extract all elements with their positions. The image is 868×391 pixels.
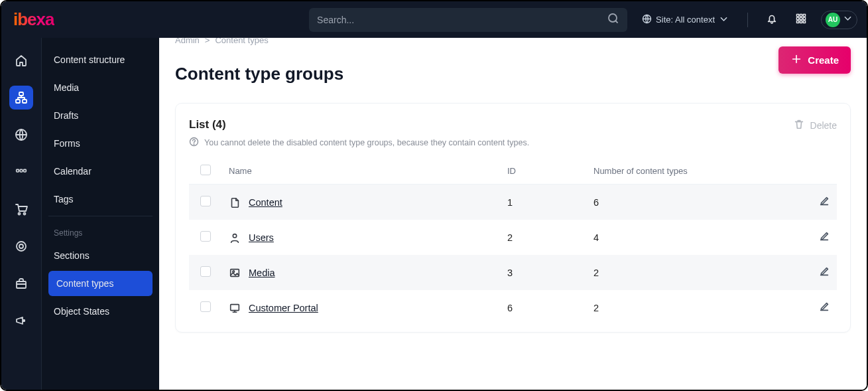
- list-title: List (4): [189, 118, 529, 131]
- rail-catalog[interactable]: [9, 160, 33, 184]
- rail-commerce[interactable]: [9, 197, 33, 221]
- rail-home[interactable]: [9, 48, 33, 72]
- column-id: ID: [501, 158, 587, 185]
- column-count: Number of content types: [587, 158, 797, 185]
- image-icon: [229, 267, 241, 279]
- sidebar-item-media[interactable]: Media: [42, 74, 159, 102]
- table-row: Users 2 4: [189, 220, 837, 255]
- rail-target[interactable]: [9, 234, 33, 258]
- notifications-button[interactable]: [763, 11, 781, 29]
- row-checkbox[interactable]: [200, 301, 211, 312]
- search-box[interactable]: [309, 8, 627, 32]
- list-hint-text: You cannot delete the disabled content t…: [204, 138, 529, 147]
- search-input[interactable]: [317, 15, 607, 25]
- table-row: Customer Portal 6 2: [189, 290, 837, 325]
- site-context-selector[interactable]: Site: All context: [638, 14, 733, 26]
- sidebar-item-sections[interactable]: Sections: [42, 242, 159, 270]
- file-icon: [229, 196, 241, 208]
- column-name: Name: [222, 158, 501, 185]
- rail-globe[interactable]: [9, 123, 33, 147]
- topbar-divider: [747, 13, 748, 27]
- help-icon: [189, 137, 199, 149]
- bell-icon: [766, 13, 778, 27]
- nav-rail: [1, 38, 41, 390]
- sidebar: Content structure Media Drafts Forms Cal…: [41, 38, 159, 390]
- brand-logo[interactable]: ibexa: [13, 9, 54, 30]
- delete-label: Delete: [810, 120, 837, 131]
- edit-button[interactable]: [818, 304, 830, 315]
- breadcrumb: Admin > Content types: [175, 38, 343, 45]
- sidebar-item-drafts[interactable]: Drafts: [42, 102, 159, 129]
- main-content: Admin > Content types Content type group…: [159, 38, 867, 390]
- table-row: Content 1 6: [189, 185, 837, 220]
- table-row: Media 3 2: [189, 255, 837, 290]
- rail-briefcase[interactable]: [9, 272, 33, 295]
- row-id: 1: [501, 185, 587, 220]
- row-count: 4: [587, 220, 797, 255]
- row-checkbox[interactable]: [200, 266, 211, 277]
- sidebar-item-tags[interactable]: Tags: [42, 185, 159, 213]
- trash-icon: [793, 118, 805, 132]
- search-icon: [607, 13, 619, 27]
- avatar: AU: [826, 13, 840, 27]
- sidebar-settings-label: Settings: [42, 219, 159, 242]
- rail-megaphone[interactable]: [9, 309, 33, 333]
- rail-content[interactable]: [9, 86, 33, 110]
- row-count: 2: [587, 290, 797, 325]
- sidebar-item-content-types[interactable]: Content types: [48, 271, 153, 296]
- row-name-link[interactable]: Users: [249, 232, 274, 243]
- sidebar-item-object-states[interactable]: Object States: [42, 297, 159, 325]
- plus-icon: [790, 53, 802, 67]
- chevron-down-icon: [843, 13, 853, 26]
- row-count: 2: [587, 255, 797, 290]
- row-id: 2: [501, 220, 587, 255]
- list-hint: You cannot delete the disabled content t…: [189, 137, 529, 149]
- sidebar-item-content-structure[interactable]: Content structure: [42, 46, 159, 74]
- row-checkbox[interactable]: [200, 231, 211, 242]
- edit-button[interactable]: [818, 269, 830, 279]
- topbar: ibexa Site: All context AU: [1, 1, 867, 38]
- monitor-icon: [229, 302, 241, 314]
- row-name-link[interactable]: Media: [249, 268, 275, 278]
- edit-button[interactable]: [818, 198, 830, 209]
- user-icon: [229, 232, 241, 244]
- sidebar-item-forms[interactable]: Forms: [42, 129, 159, 157]
- row-count: 6: [587, 185, 797, 220]
- row-name-link[interactable]: Customer Portal: [249, 303, 318, 313]
- breadcrumb-sep: >: [205, 38, 210, 45]
- sidebar-item-calendar[interactable]: Calendar: [42, 157, 159, 185]
- row-name-link[interactable]: Content: [249, 197, 282, 208]
- site-context-label: Site: All context: [656, 15, 715, 25]
- row-id: 3: [501, 255, 587, 290]
- page-title: Content type groups: [175, 64, 343, 84]
- create-button-label: Create: [808, 54, 839, 66]
- user-menu[interactable]: AU: [821, 11, 857, 29]
- select-all-checkbox[interactable]: [200, 165, 211, 175]
- breadcrumb-current: Content types: [215, 38, 268, 45]
- apps-button[interactable]: [792, 11, 810, 29]
- create-button[interactable]: Create: [778, 46, 851, 74]
- row-checkbox[interactable]: [200, 196, 211, 206]
- chevron-down-icon: [719, 14, 729, 26]
- breadcrumb-parent[interactable]: Admin: [175, 38, 200, 45]
- content-type-groups-table: Name ID Number of content types Content …: [189, 158, 837, 325]
- delete-button[interactable]: Delete: [793, 118, 837, 132]
- list-card: List (4) You cannot delete the disabled …: [175, 103, 851, 333]
- row-id: 6: [501, 290, 587, 325]
- globe-icon: [642, 14, 652, 26]
- grid-icon: [795, 13, 807, 27]
- edit-button[interactable]: [818, 234, 830, 244]
